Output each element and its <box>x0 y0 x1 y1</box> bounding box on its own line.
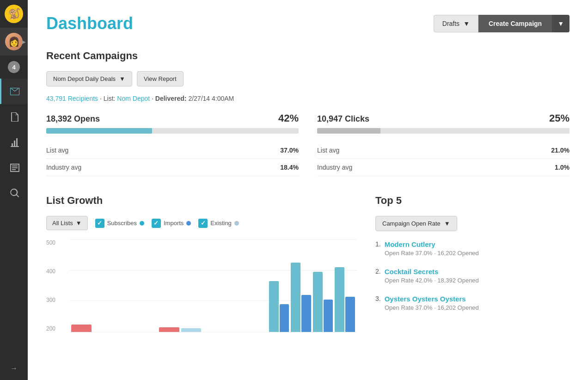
file-icon <box>9 111 20 123</box>
header-actions: Drafts ▼ Create Campaign ▼ <box>434 15 570 32</box>
list-name: Nom Depot <box>117 95 150 102</box>
top5-campaign-link-3[interactable]: Oysters Oysters Oysters <box>385 295 466 303</box>
sidebar: 🐒 👩 ▶ 4 → <box>0 0 28 380</box>
recent-campaigns-title: Recent Campaigns <box>46 50 570 62</box>
campaign-selector-row: Nom Depot Daily Deals ▼ View Report <box>46 71 570 86</box>
top5-list: 1. Modern Cutlery Open Rate 37.0% · 16,2… <box>375 240 570 311</box>
existing-filter: ✓ Existing <box>198 219 239 228</box>
clicks-main-row: 10,947 Clicks 25% <box>317 112 570 124</box>
avatar-chevron-icon: ▶ <box>22 39 26 44</box>
opens-progress-bar <box>46 128 299 134</box>
monkey-icon: 🐒 <box>5 5 23 23</box>
split-chevron-icon: ▼ <box>557 20 564 27</box>
bar-group-5 <box>159 327 179 332</box>
subscribes-label: Subscribes <box>107 220 137 227</box>
list-growth-chart: 500 400 300 200 <box>46 239 357 332</box>
create-campaign-split-button[interactable]: ▼ <box>552 15 570 32</box>
recipients-link[interactable]: 43,791 Recipients <box>46 95 100 102</box>
imports-label: Imports <box>164 220 184 227</box>
view-report-button[interactable]: View Report <box>137 71 184 86</box>
campaign-chevron-icon: ▼ <box>119 75 125 82</box>
envelope-icon <box>9 86 20 97</box>
opens-list-avg-row: List avg 37.0% <box>46 142 299 159</box>
bar-imports-13 <box>345 297 355 332</box>
top5-campaign-name-1: Modern Cutlery <box>385 240 435 248</box>
bar-chart-icon <box>9 137 20 148</box>
all-lists-chevron-icon: ▼ <box>76 220 82 227</box>
subscribes-checkbox[interactable]: ✓ <box>95 219 104 228</box>
opens-industry-avg-label: Industry avg <box>46 164 81 171</box>
top5-campaign-link-1[interactable]: Modern Cutlery <box>385 240 435 248</box>
bar-group-11 <box>291 263 311 332</box>
existing-dot <box>234 221 239 226</box>
view-report-label: View Report <box>144 75 177 82</box>
recipients-count: 43,791 Recipients <box>46 95 98 102</box>
bar-imports-10 <box>280 304 289 332</box>
drafts-label: Drafts <box>442 20 459 27</box>
top5-campaign-link-2[interactable]: Cocktail Secrets <box>385 268 439 276</box>
sidebar-item-templates[interactable] <box>0 104 28 129</box>
drafts-chevron-icon: ▼ <box>463 20 470 27</box>
app-logo: 🐒 <box>0 0 28 28</box>
imports-filter: ✓ Imports <box>152 219 191 228</box>
top5-campaign-name-3: Oysters Oysters Oysters <box>385 295 466 303</box>
top5-section: Top 5 Campaign Open Rate ▼ 1. Modern Cut… <box>375 195 570 332</box>
open-rate-chevron-icon: ▼ <box>444 220 450 227</box>
user-avatar[interactable]: 👩 ▶ <box>0 28 28 55</box>
bar-subscribes-10 <box>269 281 279 332</box>
opens-list-avg-val: 37.0% <box>280 147 299 154</box>
list-link[interactable]: Nom Depot <box>117 95 152 102</box>
y-label-200: 200 <box>46 325 55 332</box>
bars-container <box>69 239 357 332</box>
sidebar-item-reports[interactable] <box>0 129 28 155</box>
subscribes-filter: ✓ Subscribes <box>95 219 144 228</box>
top5-rank-3: 3. <box>375 295 381 302</box>
list-item: 1. Modern Cutlery Open Rate 37.0% · 16,2… <box>375 240 570 257</box>
clicks-list-avg-row: List avg 21.0% <box>317 142 570 159</box>
sidebar-item-search[interactable] <box>0 180 28 206</box>
bar-existing-6 <box>181 328 202 332</box>
growth-controls: All Lists ▼ ✓ Subscribes ✓ Imports ✓ Exi… <box>46 216 357 230</box>
opens-list-avg-label: List avg <box>46 147 68 154</box>
delivered-label: Delivered: <box>155 95 187 102</box>
create-campaign-button[interactable]: Create Campaign <box>478 15 552 32</box>
all-lists-button[interactable]: All Lists ▼ <box>46 216 88 230</box>
chart-y-labels: 500 400 300 200 <box>46 239 55 332</box>
imports-checkbox[interactable]: ✓ <box>152 219 161 228</box>
y-label-500: 500 <box>46 239 55 246</box>
open-rate-button[interactable]: Campaign Open Rate ▼ <box>375 216 457 231</box>
delivered-date: 2/27/14 4:00AM <box>188 95 234 102</box>
top5-rank-1: 1. <box>375 240 381 248</box>
existing-checkbox[interactable]: ✓ <box>198 219 208 228</box>
list-item: 2. Cocktail Secrets Open Rate 42.0% · 18… <box>375 268 570 284</box>
top5-campaign-name-2: Cocktail Secrets <box>385 268 439 276</box>
main-content: Dashboard Drafts ▼ Create Campaign ▼ Rec… <box>28 0 588 380</box>
clicks-list-avg-label: List avg <box>317 147 339 154</box>
sidebar-expand-button[interactable]: → <box>0 357 28 380</box>
campaign-select-button[interactable]: Nom Depot Daily Deals ▼ <box>46 71 132 86</box>
bar-group-13 <box>335 267 355 332</box>
campaign-name: Nom Depot Daily Deals <box>53 75 116 82</box>
sidebar-item-lists[interactable] <box>0 155 28 180</box>
grid-line-200 <box>69 332 357 332</box>
bottom-row: List Growth All Lists ▼ ✓ Subscribes ✓ I… <box>46 195 570 332</box>
notification-badge[interactable]: 4 <box>0 55 28 79</box>
top5-meta-1: Open Rate 37.0% · 16,202 Opened <box>385 250 570 257</box>
imports-dot <box>186 221 191 226</box>
clicks-pct: 25% <box>549 112 570 124</box>
top5-rank-name-2: 2. Cocktail Secrets <box>375 268 570 276</box>
newspaper-icon <box>9 162 20 173</box>
opens-industry-avg-val: 18.4% <box>280 164 299 171</box>
header-row: Dashboard Drafts ▼ Create Campaign ▼ <box>46 14 570 33</box>
top5-rank-name-1: 1. Modern Cutlery <box>375 240 570 248</box>
stats-grid: 18,392 Opens 42% List avg 37.0% Industry… <box>46 112 570 176</box>
sidebar-item-campaigns[interactable] <box>0 79 28 104</box>
bar-subscribes-12 <box>313 272 323 332</box>
opens-main-row: 18,392 Opens 42% <box>46 112 299 124</box>
bar-group-1 <box>71 325 92 332</box>
top5-controls: Campaign Open Rate ▼ <box>375 216 570 231</box>
drafts-button[interactable]: Drafts ▼ <box>434 15 478 32</box>
bar-subscribes-1 <box>71 325 92 332</box>
avatar-image: 👩 <box>5 33 23 50</box>
list-growth-section: List Growth All Lists ▼ ✓ Subscribes ✓ I… <box>46 195 357 332</box>
